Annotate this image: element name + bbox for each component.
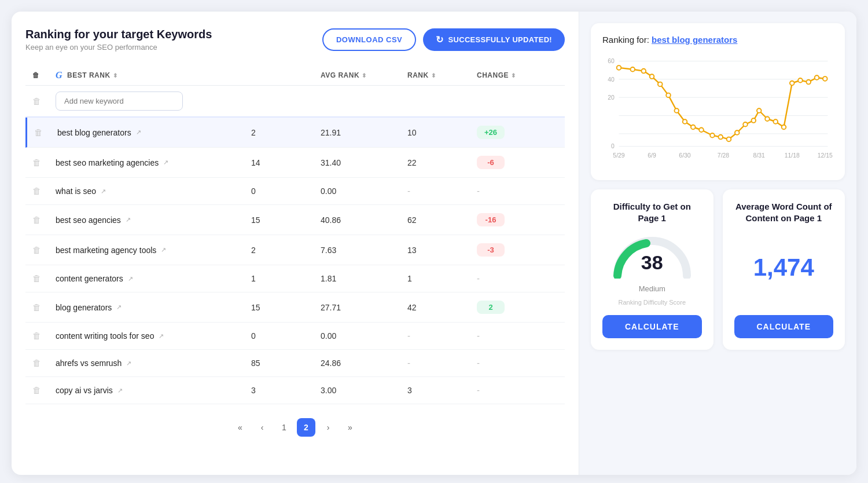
trash-icon[interactable]: 🗑 (32, 358, 41, 368)
table-row: 🗑 best seo marketing agencies ↗ 14 31.40… (25, 148, 565, 178)
trash-icon[interactable]: 🗑 (32, 331, 41, 341)
pagination-next[interactable]: › (319, 418, 337, 437)
svg-point-19 (699, 127, 704, 132)
trash-icon[interactable]: 🗑 (32, 186, 41, 196)
table-row: 🗑 what is seo ↗ 0 0.00 - - (25, 178, 565, 205)
add-trash-cell: 🗑 (32, 96, 56, 107)
avg-rank-value: 21.91 (321, 128, 407, 137)
svg-point-13 (650, 74, 654, 79)
keyword-cell: content generators ↗ (56, 274, 251, 283)
svg-point-34 (823, 76, 827, 81)
external-link-icon[interactable]: ↗ (101, 188, 106, 195)
trash-cell: 🗑 (32, 158, 56, 168)
svg-point-27 (765, 116, 770, 121)
avg-rank-value: 7.63 (321, 246, 407, 255)
external-link-icon[interactable]: ↗ (163, 159, 168, 166)
download-csv-button[interactable]: DOWNLOAD CSV (322, 28, 416, 51)
pagination-page-1[interactable]: 1 (275, 418, 293, 437)
pagination-first[interactable]: « (231, 418, 249, 437)
svg-point-20 (710, 133, 715, 138)
change-cell: - (477, 385, 558, 396)
header-buttons: DOWNLOAD CSV ↻ SUCCESSFULLY UPDATED! (322, 28, 565, 51)
external-link-icon[interactable]: ↗ (126, 360, 131, 367)
table-header: 🗑 G BEST RANK ⬍ AVG RANK ⬍ RANK ⬍ CHANGE… (25, 65, 565, 86)
external-link-icon[interactable]: ↗ (161, 246, 166, 254)
external-link-icon[interactable]: ↗ (136, 129, 141, 136)
change-dash: - (477, 385, 480, 395)
chart-card: Ranking for: best blog generators 60 40 … (591, 23, 845, 180)
word-count-calculate-button[interactable]: CALCULATE (734, 315, 834, 338)
svg-point-21 (718, 135, 723, 140)
keyword-cell: best seo marketing agencies ↗ (56, 158, 251, 167)
trash-icon[interactable]: 🗑 (32, 273, 41, 283)
best-rank-value: 14 (251, 158, 321, 167)
difficulty-calculate-button[interactable]: CALCULATE (602, 315, 702, 338)
add-trash-icon[interactable]: 🗑 (32, 96, 41, 106)
page-subtitle: Keep an eye on your SEO performance (25, 43, 212, 52)
external-link-icon[interactable]: ↗ (116, 303, 122, 311)
trash-icon[interactable]: 🗑 (32, 245, 41, 255)
rank-cell: 22 (407, 158, 477, 168)
trash-cell: 🗑 (32, 273, 56, 284)
pagination-last[interactable]: » (341, 418, 359, 437)
pagination-prev[interactable]: ‹ (253, 418, 271, 437)
change-dash: - (477, 358, 480, 368)
trash-cell: 🗑 (32, 358, 56, 368)
keyword-cell: ahrefs vs semrush ↗ (56, 358, 251, 368)
svg-text:60: 60 (608, 58, 615, 64)
best-rank-value: 2 (251, 128, 321, 137)
external-link-icon[interactable]: ↗ (126, 216, 131, 224)
rank-value: 62 (407, 215, 417, 225)
svg-text:11/18: 11/18 (785, 152, 800, 159)
add-keyword-row: 🗑 (25, 86, 565, 118)
rank-dash: - (407, 358, 410, 368)
rank-value: 42 (407, 303, 417, 312)
gauge-wrapper: 38 (609, 229, 696, 279)
trash-icon[interactable]: 🗑 (32, 385, 41, 395)
table-row: 🗑 best seo agencies ↗ 15 40.86 62 -16 (25, 205, 565, 235)
trash-icon[interactable]: 🗑 (32, 158, 41, 167)
trash-icon[interactable]: 🗑 (32, 302, 41, 312)
updated-button[interactable]: ↻ SUCCESSFULLY UPDATED! (423, 28, 565, 51)
right-panel: Ranking for: best blog generators 60 40 … (579, 12, 856, 475)
rank-value: 1 (407, 274, 412, 283)
change-badge: 2 (477, 301, 505, 314)
trash-icon[interactable]: 🗑 (34, 127, 43, 137)
change-cell: - (477, 186, 558, 196)
trash-cell: 🗑 (34, 127, 57, 138)
avg-rank-value: 0.00 (321, 331, 407, 341)
rank-cell: - (407, 186, 477, 196)
svg-point-31 (798, 78, 803, 83)
table-row: 🗑 content writing tools for seo ↗ 0 0.00… (25, 323, 565, 350)
rank-dash: - (407, 186, 410, 196)
page-title: Ranking for your target Keywords (25, 28, 212, 41)
add-keyword-cell (56, 92, 251, 111)
svg-point-15 (666, 93, 671, 98)
svg-text:20: 20 (608, 94, 615, 101)
external-link-icon[interactable]: ↗ (128, 275, 133, 283)
external-link-icon[interactable]: ↗ (117, 387, 123, 394)
svg-point-14 (658, 82, 663, 87)
external-link-icon[interactable]: ↗ (159, 332, 164, 340)
keyword-text: content generators (56, 274, 123, 283)
pagination-page-2[interactable]: 2 (297, 418, 315, 437)
col-change: CHANGE ⬍ (477, 70, 558, 80)
avg-rank-value: 0.00 (321, 186, 407, 196)
table-row: 🗑 ahrefs vs semrush ↗ 85 24.86 - - (25, 350, 565, 377)
keyword-cell: what is seo ↗ (56, 186, 251, 196)
svg-text:6/9: 6/9 (648, 152, 656, 159)
chart-svg: 60 40 20 0 (602, 53, 833, 169)
trash-icon[interactable]: 🗑 (32, 215, 41, 225)
col-best-rank (251, 70, 321, 80)
change-dash: - (477, 186, 480, 196)
add-keyword-input[interactable] (56, 92, 183, 111)
svg-text:6/30: 6/30 (679, 152, 691, 159)
svg-point-24 (743, 122, 748, 127)
avg-rank-value: 3.00 (321, 386, 407, 395)
bottom-cards: Difficulty to Get on Page 1 38 Medium Ra… (591, 189, 845, 350)
trash-header-icon: 🗑 (32, 71, 40, 79)
refresh-icon: ↻ (436, 34, 443, 45)
best-rank-value: 85 (251, 358, 321, 368)
rank-cell: 3 (407, 385, 477, 396)
keyword-cell: blog generators ↗ (56, 303, 251, 312)
